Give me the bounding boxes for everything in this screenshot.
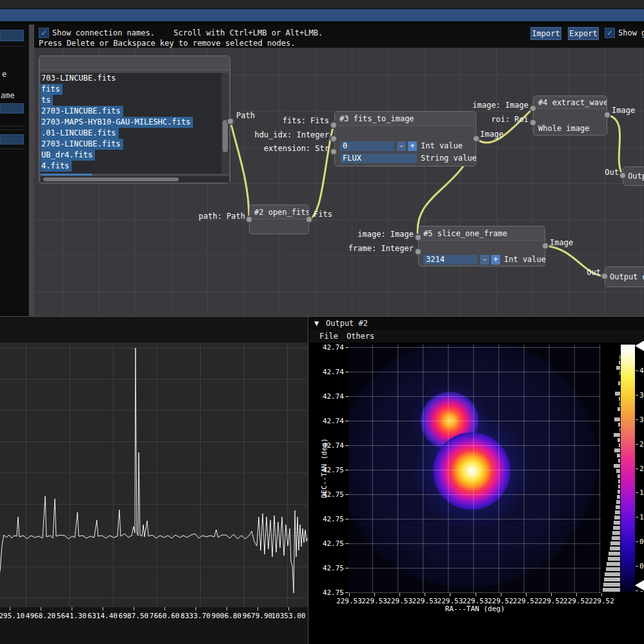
tick-mark <box>345 421 348 421</box>
sidebar-button[interactable] <box>0 134 24 145</box>
sidebar-label-partial: e <box>2 70 6 79</box>
histogram-bar <box>616 469 620 473</box>
port-openfits-path-in[interactable] <box>245 216 253 223</box>
file-list-item[interactable]: UB_dr4.fits <box>41 150 95 161</box>
whole-image-option[interactable]: Whole image <box>538 124 589 134</box>
tick-mark <box>257 607 258 610</box>
tick-mark <box>134 607 134 610</box>
node-extract-wave[interactable]: #4 extract_wave Whole image <box>533 96 607 136</box>
extension-input[interactable]: FLUX <box>340 154 417 163</box>
file-list[interactable]: 703-LINCUBE.fitsfitsts2703-LINCUBE.fits2… <box>41 73 226 174</box>
image-x-tick-label: 229.52 <box>537 597 565 605</box>
node-open-fits[interactable]: #2 open_fits <box>249 205 309 234</box>
port-slice-frame-in[interactable] <box>414 248 422 256</box>
node-title[interactable]: #2 open_fits <box>250 205 308 219</box>
port-fitstoimage-hdu-in[interactable] <box>330 135 337 143</box>
node-title[interactable]: Output #2 <box>605 267 644 287</box>
node-slice-one-frame[interactable]: #5 slice_one_frame 3214 - + Int value <box>418 226 545 267</box>
port-label-out: Out <box>587 168 619 177</box>
file-list-item[interactable]: ts <box>41 95 53 106</box>
image-y-tick-label: 42.74 <box>314 343 344 352</box>
port-extractwave-roi-in[interactable] <box>529 119 537 126</box>
image-y-tick-label: 42.74 <box>314 368 344 376</box>
node-file-list[interactable]: 703-LINCUBE.fitsfitsts2703-LINCUBE.fits2… <box>39 55 230 183</box>
histogram-bar <box>618 485 620 488</box>
divider <box>0 130 26 130</box>
tick-mark <box>349 593 350 596</box>
node-output-2[interactable]: Output #2 <box>605 267 644 287</box>
sidebar-button[interactable] <box>0 103 24 114</box>
decrement-button[interactable]: - <box>480 255 489 265</box>
port-label-roi-in: roi: Roi <box>432 115 528 124</box>
histogram-bar <box>614 418 620 421</box>
sidebar-button[interactable] <box>0 30 24 41</box>
tick-mark <box>636 590 638 591</box>
divider <box>0 126 26 126</box>
import-button[interactable]: Import <box>530 27 561 40</box>
port-openfits-fits-out[interactable] <box>305 216 313 223</box>
node-title[interactable]: #4 extract_wave <box>534 96 607 109</box>
port-fitstoimage-fits-in[interactable] <box>330 121 337 129</box>
sidebar-label-partial: ame <box>1 91 15 100</box>
histogram-bar <box>618 459 620 463</box>
file-list-item[interactable]: 2703-LINCUBE.fits <box>41 106 123 117</box>
port-slice-image-out[interactable] <box>541 242 549 250</box>
increment-button[interactable]: + <box>408 141 417 151</box>
file-list-vscrollbar-handle[interactable] <box>223 120 228 152</box>
node-title[interactable] <box>39 56 230 70</box>
image-y-tick-label: 42.75 <box>314 466 344 474</box>
port-fitstoimage-ext-in[interactable] <box>330 148 337 156</box>
spectrum-plot[interactable] <box>0 343 308 607</box>
frame-input[interactable]: 3214 <box>423 255 478 265</box>
image-plot[interactable] <box>348 345 601 593</box>
file-list-item[interactable]: 2703-LINCUBE.fits <box>41 139 123 150</box>
file-list-hscrollbar-handle[interactable] <box>43 177 179 181</box>
node-title[interactable]: #5 slice_one_frame <box>419 226 545 241</box>
tick-mark <box>345 519 348 519</box>
window-title-bar[interactable] <box>0 9 644 21</box>
menu-others[interactable]: Others <box>347 330 374 343</box>
hdu-idx-input[interactable]: 0 <box>340 141 394 151</box>
spectrum-line <box>0 343 308 607</box>
tick-mark <box>345 445 348 446</box>
port-output2-in[interactable] <box>601 272 609 280</box>
collapse-triangle-icon[interactable]: ▼ <box>314 317 319 330</box>
tick-mark <box>41 607 41 610</box>
tick-mark <box>636 517 638 518</box>
port-label-path-in: path: Path <box>181 212 245 221</box>
histogram-bar <box>618 479 620 483</box>
show-grid-label: Show grid <box>618 28 644 37</box>
output2-header[interactable]: ▼ Output #2 <box>309 317 644 330</box>
menu-file[interactable]: File <box>319 330 338 343</box>
histogram-bar <box>614 448 620 452</box>
x-axis-title: RA---TAN (deg) <box>436 605 514 613</box>
tick-mark <box>636 444 638 445</box>
port-label-hdu-in: hdu_idx: Integer <box>232 130 329 139</box>
file-list-item[interactable]: 2703-MAPS-HYB10-GAU-MILESHC.fits <box>41 117 193 128</box>
image-x-tick-label: 229.53 <box>410 597 439 605</box>
file-list-item[interactable]: 4.fits <box>41 161 72 172</box>
spectrum-panel: 4295.104968.205641.306314.406987.507660.… <box>0 317 308 644</box>
tick-mark <box>288 607 289 610</box>
port-fitstoimage-image-out[interactable] <box>472 135 480 143</box>
port-slice-image-in[interactable] <box>414 234 422 241</box>
node-canvas[interactable]: 703-LINCUBE.fitsfitsts2703-LINCUBE.fits2… <box>34 48 644 316</box>
file-list-item[interactable]: .01-LINCUBE.fits <box>41 128 119 139</box>
decrement-button[interactable]: - <box>397 141 406 151</box>
show-connection-names-checkbox[interactable]: ✓ <box>39 28 49 38</box>
tick-mark <box>165 607 165 610</box>
port-extractwave-image-in[interactable] <box>529 105 537 112</box>
export-button[interactable]: Export <box>568 27 599 40</box>
file-list-item[interactable]: fits <box>41 84 63 95</box>
histogram-bar <box>614 521 620 525</box>
colorbar[interactable] <box>621 345 635 593</box>
tick-mark <box>636 468 638 469</box>
tick-mark <box>425 593 425 596</box>
file-list-item[interactable]: 703-LINCUBE.fits <box>41 73 226 84</box>
sidebar-scrollbar[interactable] <box>28 25 34 316</box>
wire-extractwave-to-output1[interactable] <box>607 115 623 176</box>
show-grid-checkbox[interactable]: ✓ <box>605 28 615 38</box>
increment-button[interactable]: + <box>491 255 500 265</box>
port-extractwave-image-out[interactable] <box>603 111 611 119</box>
port-output1-in[interactable] <box>619 172 627 179</box>
